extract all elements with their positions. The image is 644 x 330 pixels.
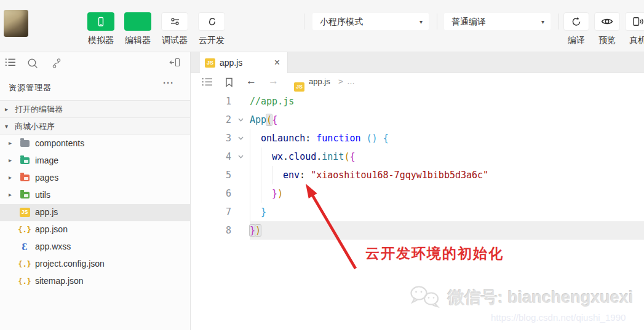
caret-down-icon: ▾ [541, 14, 544, 31]
debugger-button[interactable] [161, 12, 188, 31]
line-number: 1 [191, 92, 231, 111]
code-text[interactable]: } [250, 203, 644, 221]
code-line-6[interactable]: 6 }) [191, 184, 644, 203]
preview-button-label: 预览 [594, 35, 621, 46]
sidebar-icon-row [0, 52, 190, 74]
tab-label: app.js [220, 58, 242, 68]
tree-item-pages[interactable]: ▸ pages [0, 170, 190, 187]
tree-item-label: app.wxss [35, 242, 71, 251]
code-text[interactable]: }) [250, 221, 644, 240]
code-text[interactable]: //app.js [250, 92, 644, 111]
toolbar-divider [304, 14, 304, 29]
editor-button[interactable] [124, 12, 151, 31]
outline-icon[interactable] [5, 58, 16, 67]
preview-button[interactable] [594, 12, 620, 31]
line-number: 3 [191, 129, 231, 147]
tree-item-utils[interactable]: ▸ utils [0, 187, 190, 204]
breadcrumb-file[interactable]: app.js [309, 77, 330, 86]
cloud-dev-button[interactable] [198, 12, 225, 31]
compile-icon [571, 16, 582, 27]
code-text[interactable]: onLaunch: function () { [250, 129, 644, 147]
editor-tab-bar: JS app.js × [191, 52, 644, 73]
compile-button-group: 编译 [563, 12, 590, 46]
section-label: 打开的编辑器 [15, 104, 63, 114]
folder-icon [20, 157, 30, 164]
code-text[interactable]: env: "xiaoshitou168-7gqyw1bibb5d3a6c" [250, 166, 644, 184]
device-debug-button[interactable] [625, 12, 644, 31]
js-file-icon: JS [20, 208, 30, 217]
tree-item-label: compontents [35, 138, 84, 148]
tree-arrow-icon[interactable]: ▸ [9, 139, 12, 146]
folder-icon [20, 192, 30, 198]
debugger-button-label: 调试器 [156, 35, 193, 46]
device-debug-button-group: 真机 [624, 12, 644, 46]
code-line-7[interactable]: 7 } [191, 203, 644, 221]
line-number: 7 [191, 203, 231, 221]
tab-app-js[interactable]: JS app.js × [200, 52, 288, 73]
user-avatar[interactable] [4, 10, 28, 37]
explorer-sections: ▸打开的编辑器▾商城小程序 ▸ compontents ▸ image ▸ pa… [0, 100, 190, 290]
close-icon[interactable]: × [274, 57, 280, 68]
code-editor[interactable]: 1 //app.js 2 App({ 3 onLaunch: function … [191, 92, 644, 330]
section-expanded-icon: ▾ [5, 118, 8, 135]
device-debug-button-label: 真机 [624, 35, 644, 46]
json-file-icon: {.} [18, 278, 31, 285]
tree-arrow-icon[interactable]: ▸ [9, 157, 12, 163]
tree-item-app.js[interactable]: JS app.js [0, 204, 190, 221]
editor-button-group: 编辑器 [119, 12, 156, 46]
tree-item-image[interactable]: ▸ image [0, 152, 190, 170]
fold-chevron-icon[interactable] [238, 136, 244, 140]
wxss-file-icon: 3 [22, 243, 28, 251]
tree-item-label: app.js [35, 207, 58, 217]
collapse-panel-icon[interactable] [169, 58, 180, 67]
js-file-icon: JS [205, 58, 215, 68]
code-line-2[interactable]: 2 App({ [191, 111, 644, 129]
code-text[interactable]: wx.cloud.init({ [250, 147, 644, 166]
search-icon[interactable] [27, 58, 38, 69]
js-file-icon: JS [294, 82, 304, 92]
tree-item-app.json[interactable]: {.} app.json [0, 221, 190, 238]
device-debug-icon [632, 17, 643, 26]
compile-dropdown[interactable]: 普通编译 ▾ [444, 13, 551, 30]
tree-arrow-icon[interactable]: ▸ [9, 191, 12, 198]
compile-button[interactable] [563, 12, 589, 31]
preview-button-group: 预览 [594, 12, 621, 46]
compile-button-label: 编译 [563, 35, 590, 46]
tree-item-project.config.json[interactable]: {.} project.config.json [0, 256, 190, 273]
bookmark-icon[interactable] [225, 77, 233, 87]
breadcrumb-more[interactable]: … [347, 77, 355, 86]
outline-icon[interactable] [202, 77, 213, 87]
code-line-3[interactable]: 3 onLaunch: function () { [191, 129, 644, 147]
code-line-1[interactable]: 1 //app.js [191, 92, 644, 111]
tree-item-label: pages [35, 173, 58, 183]
fold-chevron-icon[interactable] [238, 118, 244, 122]
code-line-8[interactable]: 8 }) [191, 221, 644, 240]
git-branch-icon[interactable] [52, 58, 62, 69]
json-file-icon: {.} [18, 226, 31, 234]
tree-item-sitemap.json[interactable]: {.} sitemap.json [0, 273, 190, 290]
line-number: 8 [191, 221, 231, 240]
section-open-editors[interactable]: ▸打开的编辑器 [0, 100, 190, 117]
cloud-dev-button-group: 云开发 [193, 12, 230, 46]
code-text[interactable]: }) [250, 184, 644, 203]
tree-item-app.wxss[interactable]: 3 app.wxss [0, 238, 190, 256]
back-arrow-icon[interactable]: ← [246, 76, 256, 86]
json-file-icon: {.} [18, 261, 31, 268]
mode-dropdown-value: 小程序模式 [320, 17, 363, 26]
line-number: 2 [191, 111, 231, 129]
simulator-button[interactable] [87, 12, 114, 31]
fold-chevron-icon[interactable] [238, 155, 244, 159]
preview-icon [601, 17, 613, 26]
folder-icon [20, 140, 30, 147]
mode-dropdown[interactable]: 小程序模式 ▾ [312, 13, 429, 30]
code-line-5[interactable]: 5 env: "xiaoshitou168-7gqyw1bibb5d3a6c" [191, 166, 644, 184]
section-project[interactable]: ▾商城小程序 [0, 117, 190, 135]
forward-arrow-icon[interactable]: → [268, 76, 279, 86]
tree-item-compontents[interactable]: ▸ compontents [0, 135, 190, 152]
tree-arrow-icon[interactable]: ▸ [9, 174, 12, 181]
more-icon[interactable]: ··· [163, 77, 174, 88]
line-number: 4 [191, 147, 231, 166]
code-line-4[interactable]: 4 wx.cloud.init({ [191, 147, 644, 166]
sidebar: 资源管理器 ··· ▸打开的编辑器▾商城小程序 ▸ compontents ▸ … [0, 52, 191, 330]
code-text[interactable]: App({ [250, 111, 644, 129]
